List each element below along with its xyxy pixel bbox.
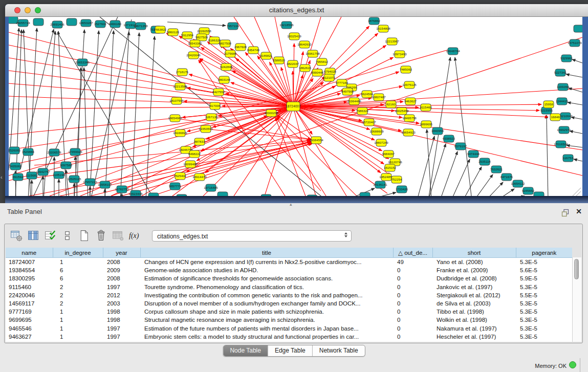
table-row[interactable]: 1456911722003Disruption of a novel membe… — [6, 299, 572, 308]
table-cell[interactable]: 5.3E-5 — [516, 308, 572, 316]
column-header-out_de[interactable]: △ out_de... — [393, 248, 432, 258]
network-node[interactable]: 15751074 — [568, 39, 582, 47]
table-cell[interactable]: 9777169 — [6, 308, 53, 316]
network-edge[interactable] — [277, 115, 387, 193]
close-window-button[interactable] — [14, 7, 20, 13]
table-cell[interactable]: 2008 — [103, 274, 140, 282]
column-header-name[interactable]: name — [6, 248, 53, 258]
network-edge[interactable] — [571, 117, 582, 119]
network-node[interactable]: 18724007 — [286, 102, 301, 111]
table-cell[interactable]: Changes of HCN gene expression and I(f) … — [140, 258, 393, 267]
table-cell[interactable]: 2003 — [103, 299, 140, 308]
network-node[interactable]: 2967608 — [234, 43, 247, 51]
network-node[interactable]: 62160 — [386, 101, 396, 108]
network-edge[interactable] — [203, 106, 293, 196]
network-node[interactable]: 16543382 — [188, 40, 202, 47]
table-scrollbar[interactable] — [572, 257, 581, 342]
table-cell[interactable]: Structural magnetic resonance image aver… — [140, 316, 393, 324]
network-node[interactable]: 1145194 — [53, 171, 65, 179]
table-cell[interactable]: Yano et al. (2008) — [432, 258, 516, 267]
network-node[interactable]: 9242848 — [220, 63, 233, 71]
table-cell[interactable]: 49 — [393, 258, 432, 267]
network-edge[interactable] — [66, 170, 69, 196]
network-node[interactable]: 18640910 — [297, 41, 312, 48]
network-node[interactable]: 1209358 — [557, 83, 570, 91]
network-edge[interactable] — [428, 57, 450, 196]
table-cell[interactable]: 5.3E-5 — [516, 299, 572, 308]
network-node[interactable]: 6579197 — [454, 143, 467, 150]
table-cell[interactable]: 0 — [393, 266, 432, 274]
network-node[interactable]: 15992971 — [557, 126, 571, 134]
network-edge[interactable] — [105, 31, 114, 196]
network-node[interactable]: 1529884 — [22, 148, 35, 156]
canvas-resize-grip[interactable] — [573, 188, 581, 196]
network-node[interactable]: 9121072 — [323, 74, 336, 81]
network-node[interactable]: 16914479 — [192, 173, 207, 181]
network-edge[interactable] — [367, 192, 396, 196]
delete-icon[interactable] — [94, 229, 108, 243]
table-cell[interactable]: 5.5E-5 — [516, 291, 572, 299]
network-edge[interactable] — [451, 159, 470, 196]
network-node[interactable]: 7986322 — [356, 107, 369, 115]
table-cell[interactable]: 1 — [53, 333, 103, 341]
table-cell[interactable]: 18724007 — [6, 258, 53, 267]
table-cell[interactable]: 5.3E-5 — [516, 283, 572, 291]
table-cell[interactable]: 18300295 — [6, 274, 53, 282]
table-cell[interactable]: Tourette syndrome. Phenomenology and cla… — [140, 283, 393, 291]
network-node[interactable]: 391592 — [13, 173, 24, 181]
table-cell[interactable]: 5.9E-5 — [516, 274, 572, 282]
table-cell[interactable]: Dudbridge et al. (2008) — [432, 274, 516, 282]
network-node[interactable]: 887833 — [194, 138, 205, 145]
network-node[interactable] — [67, 18, 77, 26]
table-cell[interactable]: 0 — [393, 324, 432, 333]
network-node[interactable]: 8471676 — [500, 173, 513, 181]
network-node[interactable]: 20653346 — [75, 59, 90, 66]
table-cell[interactable]: Genome-wide association studies in ADHD. — [140, 266, 393, 274]
network-node[interactable]: 20364486 — [347, 98, 361, 105]
network-node[interactable]: 417006 — [210, 102, 221, 110]
network-edge[interactable] — [455, 57, 472, 196]
table-cell[interactable]: 22420046 — [6, 291, 53, 299]
network-node[interactable]: 752254 — [391, 176, 402, 183]
network-node[interactable]: 16154808 — [376, 25, 390, 32]
float-panel-button[interactable] — [561, 209, 570, 217]
network-node[interactable]: 3175685 — [224, 50, 237, 57]
table-row[interactable]: 946362711997Embryonic stem cells: a mode… — [6, 333, 572, 341]
select-rows-icon[interactable] — [43, 229, 57, 243]
table-cell[interactable]: 2 — [53, 291, 103, 299]
network-node[interactable]: 6497568 — [341, 88, 354, 95]
network-edge[interactable] — [293, 106, 582, 176]
table-cell[interactable]: 0 — [393, 308, 432, 316]
table-cell[interactable]: 0 — [393, 299, 432, 308]
network-node[interactable]: 18325419 — [287, 33, 301, 40]
network-node[interactable]: 2935114 — [478, 158, 491, 165]
network-edge[interactable] — [180, 144, 312, 176]
network-edge[interactable] — [293, 89, 582, 106]
network-edge[interactable] — [200, 58, 293, 106]
tab-network-table[interactable]: Network Table — [313, 345, 365, 356]
network-edge[interactable] — [463, 167, 482, 196]
table-cell[interactable]: 2 — [53, 283, 103, 291]
network-node[interactable]: 19716485 — [204, 184, 218, 191]
citation-network-graph[interactable]: 2405572420691406106532871527602646616010… — [9, 17, 582, 196]
network-node[interactable]: 15720407 — [362, 119, 376, 126]
network-node[interactable]: 20206576 — [47, 149, 61, 156]
table-cell[interactable]: 1998 — [103, 308, 140, 316]
table-row[interactable]: 977716911998Corpus callosum shape and si… — [6, 308, 572, 316]
tab-node-table[interactable]: Node Table — [223, 345, 268, 356]
zoom-window-button[interactable] — [35, 7, 41, 13]
network-edge[interactable] — [167, 22, 226, 26]
network-node[interactable]: 19218596 — [279, 21, 294, 29]
network-node[interactable]: 9860126 — [167, 29, 180, 36]
table-cell[interactable]: 1997 — [103, 283, 140, 291]
network-node[interactable]: 19654963 — [168, 115, 182, 122]
network-node[interactable]: 7663822 — [154, 26, 167, 33]
network-node[interactable]: 16782753 — [115, 186, 129, 193]
table-cell[interactable]: 5.3E-5 — [516, 333, 572, 341]
table-cell[interactable]: Stergiakouli et al. (2012) — [432, 291, 516, 299]
network-node[interactable]: 9899695 — [420, 121, 433, 128]
table-cell[interactable]: Jankovic et al. (1997) — [432, 283, 516, 291]
table-cell[interactable]: 0 — [393, 333, 432, 341]
table-cell[interactable]: 0 — [393, 291, 432, 299]
network-node[interactable]: 8498222 — [188, 150, 201, 158]
